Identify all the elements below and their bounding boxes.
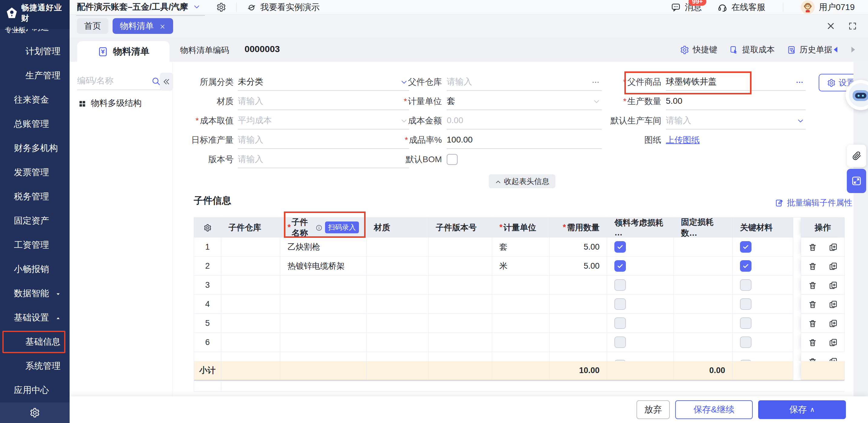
loss-checkbox[interactable]: [614, 241, 626, 253]
sidebar-item-7[interactable]: 税务管理: [0, 185, 70, 209]
user-avatar: [801, 0, 815, 14]
delete-row-button[interactable]: [808, 261, 817, 271]
demo-link[interactable]: 我要看实例演示: [247, 1, 319, 13]
copy-row-button[interactable]: [829, 280, 838, 290]
sidebar-item-13[interactable]: 基础信息: [0, 330, 70, 354]
key-material-checkbox[interactable]: [740, 279, 751, 291]
sidebar-item-12[interactable]: 基础设置: [0, 305, 70, 330]
delete-row-button[interactable]: [808, 357, 817, 361]
sidebar-item-15[interactable]: 应用中心: [0, 378, 70, 402]
field-drawing[interactable]: 上传图纸: [666, 131, 806, 149]
default-bom-checkbox[interactable]: [447, 154, 458, 165]
sidebar-menu: 数字制造计划管理生产管理往来资金总账管理财务多机构发票管理税务管理固定资产工资管…: [0, 15, 70, 402]
cell-fixedloss: [674, 257, 733, 275]
key-material-checkbox[interactable]: [740, 336, 751, 348]
loss-checkbox[interactable]: [614, 317, 626, 329]
chevron-down-icon[interactable]: [797, 116, 804, 125]
cell-qty: [550, 295, 607, 314]
sidebar-item-10[interactable]: 小畅报销: [0, 257, 70, 282]
copy-row-button[interactable]: [829, 299, 838, 309]
sidebar-item-1[interactable]: 计划管理: [0, 39, 70, 64]
next-record-button[interactable]: [849, 45, 857, 54]
brand-name: 畅捷通好业财: [21, 2, 70, 24]
cell-loss: [607, 237, 674, 257]
key-material-checkbox[interactable]: [740, 241, 751, 253]
cell-ops: [801, 275, 845, 295]
loss-checkbox[interactable]: [614, 279, 626, 291]
loss-checkbox[interactable]: [614, 336, 626, 348]
sidebar-item-6[interactable]: 发票管理: [0, 160, 70, 185]
field-default-bom[interactable]: [447, 151, 602, 168]
sidebar-item-4[interactable]: 总账管理: [0, 112, 70, 136]
attachment-button[interactable]: [847, 144, 866, 167]
table-row: 7: [194, 352, 844, 361]
header-unit: *计量单位: [492, 218, 550, 237]
sidebar-item-3[interactable]: 往来资金: [0, 88, 70, 112]
header-num[interactable]: [194, 218, 221, 237]
expand-button[interactable]: [847, 169, 866, 193]
sidebar-item-5[interactable]: 财务多机构: [0, 136, 70, 160]
copy-row-button[interactable]: [829, 242, 838, 252]
tab-close-icon[interactable]: [159, 21, 166, 31]
tree-item-multilevel[interactable]: 物料多级结构: [78, 97, 142, 109]
header-tool-label: 快捷键: [693, 44, 717, 55]
close-page-icon[interactable]: [826, 21, 836, 31]
sidebar-item-9[interactable]: 工资管理: [0, 233, 70, 257]
copy-row-button[interactable]: [829, 318, 838, 328]
field-parent-product[interactable]: 球墨铸铁井盖: [666, 73, 806, 91]
delete-row-button[interactable]: [808, 242, 817, 252]
scan-entry-badge[interactable]: 扫码录入: [325, 222, 359, 233]
loss-checkbox[interactable]: [614, 260, 626, 272]
more-options-icon[interactable]: [795, 77, 804, 87]
messages-button[interactable]: 消息 99+: [671, 1, 702, 13]
cell-fixedloss: [674, 295, 733, 314]
user-menu[interactable]: 用户0719: [801, 0, 855, 14]
tab-home[interactable]: 首页: [77, 18, 108, 34]
header-qty: *需用数量: [550, 218, 607, 237]
copy-row-button[interactable]: [829, 337, 838, 347]
tab-bom-active[interactable]: 物料清单: [113, 18, 173, 34]
key-material-checkbox[interactable]: [740, 317, 751, 329]
upload-drawing-link[interactable]: 上传图纸: [666, 134, 700, 146]
collapse-header-button[interactable]: 收起表头信息: [489, 174, 555, 188]
prev-record-button[interactable]: [832, 45, 840, 54]
sidebar-item-8[interactable]: 固定资产: [0, 209, 70, 233]
loss-checkbox[interactable]: [614, 298, 626, 310]
fullscreen-icon[interactable]: [848, 22, 857, 31]
account-settings-gear-icon[interactable]: [216, 2, 226, 12]
caret-down-icon: [55, 289, 61, 299]
field-workshop[interactable]: 请输入: [666, 112, 806, 130]
field-production-qty[interactable]: 5.00: [666, 93, 806, 110]
sidebar-item-label: 系统管理: [25, 360, 61, 372]
copy-row-button[interactable]: [829, 261, 838, 271]
collapse-panel-button[interactable]: [160, 73, 173, 91]
delete-row-button[interactable]: [808, 280, 817, 290]
account-set-selector[interactable]: 配件演示账套–五金/工具/汽摩: [76, 1, 205, 16]
message-count-badge: 99+: [688, 0, 707, 6]
header-tool-2[interactable]: 历史单据: [787, 44, 832, 55]
divider: [236, 3, 237, 12]
cell-material: [367, 314, 429, 333]
cancel-button[interactable]: 放弃: [637, 400, 670, 419]
online-service-button[interactable]: 在线客服: [718, 1, 766, 13]
sidebar-item-14[interactable]: 系统管理: [0, 354, 70, 378]
header-tool-0[interactable]: 快捷键: [680, 44, 717, 55]
sidebar-settings-button[interactable]: [0, 402, 70, 423]
sidebar-item-2[interactable]: 生产管理: [0, 64, 70, 88]
copy-row-button[interactable]: [829, 357, 838, 361]
batch-edit-link[interactable]: 批量编辑子件属性: [775, 197, 852, 208]
sidebar-item-11[interactable]: 数据智能: [0, 282, 70, 305]
cell-version: [429, 314, 492, 333]
delete-row-button[interactable]: [808, 299, 817, 309]
action-bar: 放弃 保存&继续 保存 ∧: [70, 396, 868, 423]
header-tool-1[interactable]: 提取成本: [730, 44, 775, 55]
save-button[interactable]: 保存 ∧: [758, 400, 846, 419]
save-continue-button[interactable]: 保存&继续: [675, 400, 753, 419]
key-material-checkbox[interactable]: [740, 298, 751, 310]
delete-row-button[interactable]: [808, 337, 817, 347]
doc-type-tab[interactable]: 物料清单: [77, 41, 169, 62]
delete-row-button[interactable]: [808, 318, 817, 328]
header-loss: 领料考虑损耗 …: [607, 218, 674, 237]
key-material-checkbox[interactable]: [740, 260, 751, 272]
gear-icon[interactable]: [204, 223, 212, 232]
